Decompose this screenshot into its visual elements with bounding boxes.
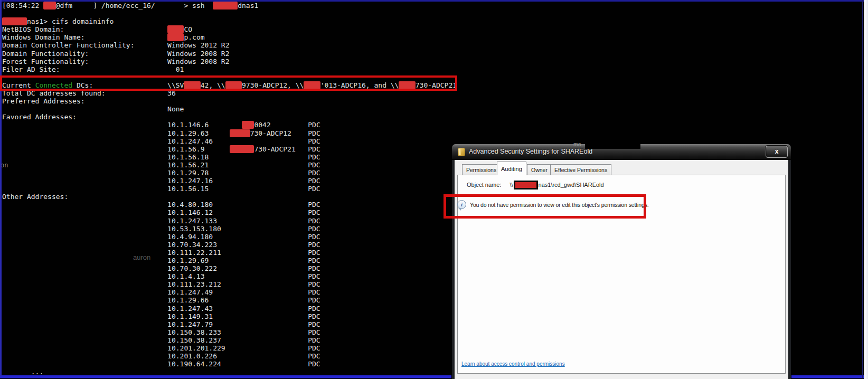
redaction-box	[230, 129, 250, 137]
terminal-line: Preferred Addresses:	[2, 97, 457, 105]
terminal-line: 10.1.247.133 PDC	[2, 217, 457, 225]
terminal-line: Other Addresses:	[2, 193, 457, 201]
terminal-line: 10.1.247.49 PDC	[2, 288, 457, 296]
terminal-line: Forest Functionality: Windows 2008 R2	[2, 58, 457, 65]
terminal-line: NetBIOS Domain: CO	[2, 25, 457, 33]
terminal-line: Domain Functionality: Windows 2008 R2	[2, 50, 457, 58]
learn-about-access-control-link[interactable]: Learn about access control and permissio…	[461, 361, 565, 367]
dialog-title: Advanced Security Settings for SHAREold	[469, 148, 592, 155]
terminal-line: Filer AD Site: 01	[2, 65, 457, 73]
terminal-line: 10.1.56.15 PDC	[2, 185, 457, 193]
tab-permissions[interactable]: Permissions	[462, 164, 501, 175]
terminal-line: 10.111.23.212 PDC	[2, 280, 457, 288]
terminal-line: 10.1.146.12 PDC	[2, 209, 457, 216]
terminal-line: 10.70.34.223 PDC	[2, 241, 457, 249]
redaction-box	[213, 2, 238, 10]
terminal-line: 10.201.0.226 PDC	[2, 352, 457, 360]
annotation-box-connected-dcs	[0, 75, 457, 91]
terminal-line: None	[2, 105, 457, 113]
screen: [08:54:22 @dfm ] /home/ecc_16/ > ssh dna…	[0, 0, 868, 379]
redaction-box	[43, 2, 55, 10]
redaction-box	[242, 121, 254, 129]
redaction-box	[514, 181, 538, 190]
redaction-box	[167, 33, 184, 41]
redaction-box	[2, 17, 27, 25]
terminal-line: 10.70.30.222 PDC	[2, 264, 457, 272]
terminal-line	[2, 10, 457, 17]
redaction-box-black	[585, 140, 640, 149]
advanced-security-settings-dialog: Advanced Security Settings for SHAREold …	[452, 144, 791, 379]
terminal-output: [08:54:22 @dfm ] /home/ecc_16/ > ssh dna…	[0, 0, 457, 376]
terminal-line: Windows Domain Name: p.com	[2, 33, 457, 41]
terminal-line: 10.1.247.79 PDC	[2, 320, 457, 328]
background-text-fragment: on	[1, 162, 8, 169]
terminal-line: 10.1.29.69 PDC	[2, 257, 457, 264]
dialog-client-area: Permissions Auditing Owner Effective Per…	[455, 160, 788, 379]
terminal-line: 10.1.4.13 PDC	[2, 272, 457, 280]
terminal-line: [08:54:22 @dfm ] /home/ecc_16/ > ssh dna…	[2, 2, 457, 10]
terminal-line: nas1> cifs domaininfo	[2, 17, 457, 25]
scrollbar[interactable]	[864, 0, 868, 379]
terminal-line: 10.201.201.229 PDC	[2, 344, 457, 352]
close-button[interactable]: x	[766, 146, 788, 158]
terminal-line: 10.150.38.237 PDC	[2, 336, 457, 344]
terminal-line: 10.1.247.43 PDC	[2, 305, 457, 312]
background-title-fragment: mo	[573, 141, 581, 147]
terminal-line: 10.1.56.9 730-ADCP21 PDC	[2, 145, 457, 153]
annotation-box-permission-warning	[444, 194, 646, 219]
terminal-line: 10.53.153.180 PDC	[2, 225, 457, 233]
terminal-line: 10.4.80.180 PDC	[2, 201, 457, 209]
tab-auditing[interactable]: Auditing	[497, 162, 526, 175]
object-name-value: nas1\rcd_gwd\SHAREold	[539, 182, 604, 188]
redaction-box	[230, 145, 254, 153]
terminal-line: ...	[2, 368, 457, 376]
terminal-line: 10.1.29.78 PDC	[2, 169, 457, 177]
terminal-line: 10.4.94.180 PDC	[2, 233, 457, 241]
terminal-border-left	[0, 0, 2, 376]
terminal-line: 10.1.56.21 PDC	[2, 161, 457, 169]
terminal-line: Favored Addresses:	[2, 113, 457, 121]
tab-owner[interactable]: Owner	[527, 164, 552, 175]
terminal-border-top	[0, 0, 864, 2]
terminal-line: 10.111.22.211 PDC	[2, 249, 457, 257]
terminal-line: 10.1.149.31 PDC	[2, 312, 457, 320]
redaction-box	[167, 25, 184, 33]
terminal-line: 10.1.56.18 PDC	[2, 153, 457, 161]
object-name-label: Object name:	[467, 182, 501, 188]
object-name-row: Object name: \\ nas1\rcd_gwd\SHAREold	[467, 180, 604, 190]
folder-icon	[458, 148, 465, 156]
terminal-line: 10.150.38.233 PDC	[2, 328, 457, 336]
terminal-line: 10.1.29.66 PDC	[2, 296, 457, 304]
terminal-line: 10.1.247.16 PDC	[2, 177, 457, 185]
terminal-line: 10.1.146.6 0042 PDC	[2, 121, 457, 129]
background-watermark-fragment: auron	[133, 253, 150, 261]
terminal-line: Domain Controller Functionality: Windows…	[2, 41, 457, 49]
terminal-line: 10.1.29.63 730-ADCP12 PDC	[2, 129, 457, 137]
terminal-line: 10.190.64.224 PDC	[2, 360, 457, 368]
object-name-prefix: \\	[510, 182, 513, 188]
tab-effective-permissions[interactable]: Effective Permissions	[550, 164, 611, 175]
terminal-line: 10.1.247.46 PDC	[2, 137, 457, 145]
terminal-border-right	[862, 0, 863, 378]
